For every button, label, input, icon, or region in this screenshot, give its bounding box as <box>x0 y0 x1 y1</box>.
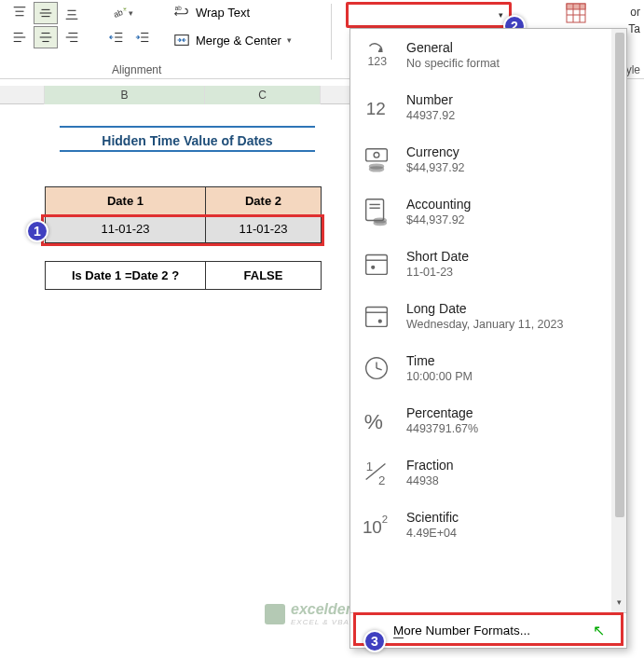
chevron-down-icon[interactable]: ▾ <box>287 35 292 45</box>
format-option-preview: 44937.92 <box>406 109 455 122</box>
alignment-group-label: Alignment <box>112 63 161 76</box>
align-right-button[interactable] <box>60 26 84 48</box>
format-option-general[interactable]: 123GeneralNo specific format <box>350 29 611 81</box>
cell-question[interactable]: Is Date 1 =Date 2 ? <box>46 262 206 290</box>
format-option-time[interactable]: Time10:00:00 PM <box>350 342 611 394</box>
more-number-formats-item[interactable]: More Number Formats... <box>350 612 626 648</box>
format-option-fraction[interactable]: 12Fraction44938 <box>350 446 611 499</box>
format-option-preview: No specific format <box>406 57 500 70</box>
accounting-icon <box>360 195 393 228</box>
ribbon-divider <box>331 4 332 60</box>
column-header-a[interactable] <box>0 86 45 104</box>
format-option-preview: 11-01-23 <box>406 266 469 279</box>
svg-text:12: 12 <box>366 99 386 118</box>
svg-rect-26 <box>175 35 188 46</box>
format-option-preview: 4.49E+04 <box>406 527 459 540</box>
svg-text:123: 123 <box>368 55 388 68</box>
shortdate-icon <box>360 247 393 281</box>
sheet-title[interactable]: Hidden Time Value of Dates <box>60 126 315 152</box>
format-option-preview: 44938 <box>406 474 454 487</box>
format-option-preview: 10:00:00 PM <box>406 370 473 383</box>
column-headers: B C <box>0 86 354 104</box>
format-option-longdate[interactable]: Long DateWednesday, January 11, 2023 <box>350 290 611 342</box>
format-option-title: Time <box>406 353 473 368</box>
dates-table: Date 1 Date 2 11-01-23 11-01-23 <box>45 186 322 243</box>
svg-text:2: 2 <box>382 514 388 525</box>
time-icon <box>360 351 393 385</box>
result-table: Is Date 1 =Date 2 ? FALSE <box>45 261 322 290</box>
number-format-combobox[interactable]: ▾ <box>348 4 510 26</box>
format-option-title: Accounting <box>406 197 471 212</box>
dropdown-list: 123GeneralNo specific format12Number4493… <box>350 29 611 612</box>
svg-text:2: 2 <box>378 473 385 487</box>
svg-text:ab: ab <box>175 5 183 11</box>
svg-rect-34 <box>366 149 388 161</box>
align-top-button[interactable] <box>7 2 32 24</box>
cell-result[interactable]: FALSE <box>206 262 322 290</box>
format-option-currency[interactable]: Currency$44,937.92 <box>350 133 611 185</box>
format-option-preview: Wednesday, January 11, 2023 <box>406 318 563 331</box>
svg-point-48 <box>378 320 381 322</box>
format-option-preview: $44,937.92 <box>406 161 465 174</box>
align-left-button[interactable] <box>7 26 32 48</box>
format-option-shortdate[interactable]: Short Date11-01-23 <box>350 238 611 290</box>
wrap-text-label: Wrap Text <box>196 6 250 20</box>
general-icon: 123 <box>360 38 393 72</box>
format-option-title: Short Date <box>406 249 469 264</box>
align-middle-button[interactable] <box>34 2 58 24</box>
merge-center-label: Merge & Center <box>196 34 281 48</box>
scrollbar[interactable]: ▾ <box>611 29 626 612</box>
align-center-button[interactable] <box>34 26 58 48</box>
header-date1[interactable]: Date 1 <box>46 187 206 215</box>
scroll-down-icon[interactable]: ▾ <box>613 597 624 610</box>
svg-rect-43 <box>366 255 388 275</box>
column-header-b[interactable]: B <box>45 86 205 104</box>
svg-rect-46 <box>366 308 388 327</box>
format-option-title: Currency <box>406 144 465 159</box>
svg-point-37 <box>369 167 383 171</box>
wrap-text-button[interactable]: ab Wrap Text <box>173 4 250 21</box>
svg-text:%: % <box>364 409 383 433</box>
format-option-scientific[interactable]: 102Scientific4.49E+04 <box>350 499 611 551</box>
callout-1: 1 <box>26 220 48 242</box>
format-option-title: Fraction <box>406 458 454 473</box>
svg-text:ab: ab <box>112 7 124 20</box>
svg-rect-28 <box>567 4 585 9</box>
format-option-title: General <box>406 40 500 55</box>
svg-text:1: 1 <box>366 459 373 473</box>
increase-indent-button[interactable] <box>130 26 155 48</box>
format-option-title: Long Date <box>406 301 563 316</box>
decrease-indent-button[interactable] <box>104 26 129 48</box>
scrollbar-thumb[interactable] <box>615 33 624 517</box>
svg-point-42 <box>374 221 386 226</box>
cursor-icon: ↖ <box>593 622 605 639</box>
format-option-preview: $44,937.92 <box>406 213 471 226</box>
fraction-icon: 12 <box>360 456 393 489</box>
format-option-accounting[interactable]: Accounting $44,937.92 <box>350 185 611 238</box>
cell-date2[interactable]: 11-01-23 <box>206 215 322 243</box>
format-option-title: Scientific <box>406 510 459 525</box>
format-option-number[interactable]: 12Number44937.92 <box>350 81 611 133</box>
header-date2[interactable]: Date 2 <box>206 187 322 215</box>
partial-text-ta: Ta <box>628 22 640 35</box>
column-header-c[interactable]: C <box>205 86 321 104</box>
orientation-button[interactable]: ab▾ <box>104 2 140 24</box>
number-icon: 12 <box>360 90 393 124</box>
svg-line-51 <box>377 368 382 370</box>
currency-icon <box>360 143 393 176</box>
callout-3: 3 <box>363 630 386 652</box>
mnf-accel: M <box>393 624 404 638</box>
format-option-preview: 4493791.67% <box>406 422 478 435</box>
svg-rect-38 <box>366 199 384 221</box>
watermark-icon <box>265 604 285 624</box>
format-option-percentage[interactable]: %Percentage4493791.67% <box>350 394 611 446</box>
longdate-icon <box>360 299 393 333</box>
align-bottom-button[interactable] <box>60 2 84 24</box>
merge-center-button[interactable]: Merge & Center ▾ <box>173 32 292 48</box>
svg-point-35 <box>374 152 379 158</box>
alignment-buttons-group <box>7 2 84 50</box>
cell-styles-button[interactable] <box>565 2 587 28</box>
partial-text-or: or <box>630 6 640 19</box>
cell-date1[interactable]: 11-01-23 <box>46 215 206 243</box>
format-option-title: Number <box>406 92 455 107</box>
